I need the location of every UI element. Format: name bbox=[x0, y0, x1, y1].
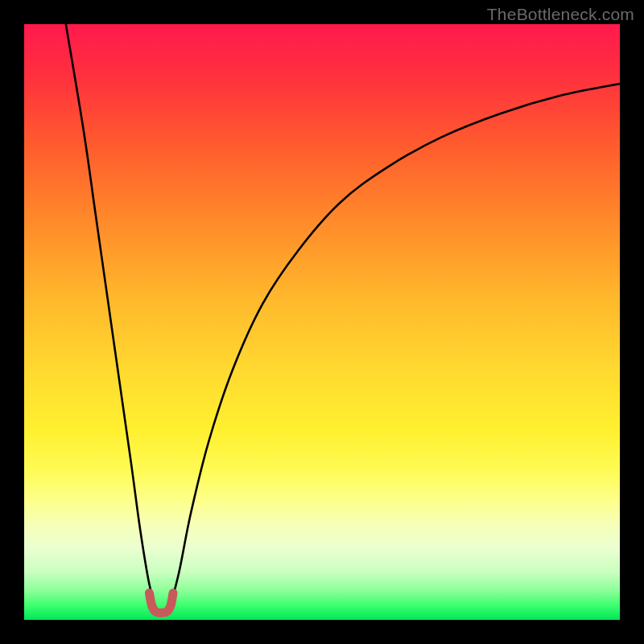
valley-marker-path bbox=[149, 593, 173, 613]
left-branch-path bbox=[66, 24, 156, 611]
watermark-text: TheBottleneck.com bbox=[487, 5, 634, 24]
chart-frame: TheBottleneck.com bbox=[0, 0, 644, 644]
right-branch-path bbox=[169, 84, 620, 611]
gradient-plot-area bbox=[24, 24, 620, 620]
curve-layer bbox=[24, 24, 620, 620]
